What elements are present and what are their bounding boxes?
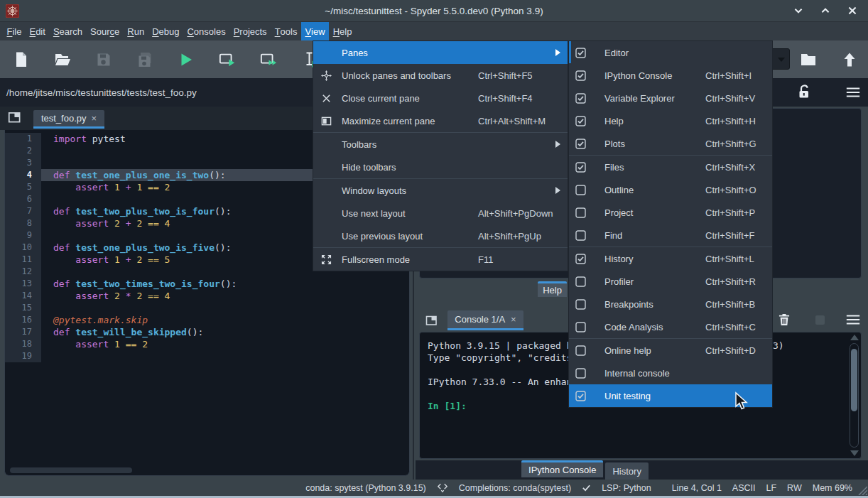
menu-item-panes[interactable]: Panes: [313, 41, 568, 64]
menu-item-use-next-layout[interactable]: Use next layoutAlt+Shift+PgDown: [313, 202, 568, 224]
menubar: FileEditSearchSourceRunDebugConsolesProj…: [0, 21, 868, 40]
code-text: def test_two_times_two_is_four():: [41, 278, 409, 290]
line-number: 14: [5, 290, 41, 302]
menu-view[interactable]: View: [301, 22, 329, 40]
new-file-button[interactable]: [11, 50, 31, 70]
tab-help[interactable]: Help: [538, 281, 567, 297]
editor-horizontal-scrollbar[interactable]: [10, 467, 132, 473]
completions-status[interactable]: Completions: conda(spytest): [459, 483, 571, 493]
menu-item-label: Plots: [604, 139, 625, 149]
open-directory-button[interactable]: [798, 50, 818, 70]
trash-icon[interactable]: [777, 313, 791, 327]
console-bottom-tabbar: IPython Console History: [416, 460, 868, 480]
menu-file[interactable]: File: [3, 22, 26, 40]
checkbox-unchecked-icon[interactable]: [575, 299, 586, 310]
menu-source[interactable]: Source: [87, 22, 124, 40]
checkbox-checked-icon[interactable]: [575, 116, 586, 126]
menu-projects[interactable]: Projects: [229, 22, 271, 40]
menu-item-label: IPython Console: [604, 70, 672, 81]
scroll-up-icon[interactable]: [850, 335, 859, 340]
checkbox-unchecked-icon[interactable]: [575, 207, 586, 218]
tab-history[interactable]: History: [605, 462, 648, 480]
panes-item-help[interactable]: HelpCtrl+Shift+H: [569, 109, 772, 132]
run-cell-advance-button[interactable]: [259, 50, 278, 70]
panes-item-ipython-console[interactable]: IPython ConsoleCtrl+Shift+I: [569, 64, 772, 87]
menu-item-window-layouts[interactable]: Window layouts: [313, 179, 568, 202]
console-options-menu-icon[interactable]: [845, 313, 861, 326]
tab-close-icon[interactable]: ×: [511, 315, 516, 324]
parent-directory-button[interactable]: [840, 50, 859, 70]
menu-search[interactable]: Search: [49, 22, 86, 40]
menu-item-toolbars[interactable]: Toolbars: [313, 133, 568, 156]
help-options-menu-icon[interactable]: [845, 85, 861, 99]
panes-item-editor[interactable]: Editor: [569, 41, 772, 64]
panes-item-project[interactable]: ProjectCtrl+Shift+P: [569, 201, 772, 224]
panes-item-variable-explorer[interactable]: Variable ExplorerCtrl+Shift+V: [569, 87, 772, 109]
menu-item-shortcut: F11: [478, 254, 493, 265]
menu-item-maximize-current-pane[interactable]: Maximize current paneCtrl+Alt+Shift+M: [313, 109, 568, 132]
unlock-panes-icon: [321, 70, 332, 81]
console-disabled-icon: [815, 315, 825, 325]
checkbox-checked-icon[interactable]: [575, 93, 586, 104]
unlock-icon[interactable]: [796, 84, 813, 101]
menu-help[interactable]: Help: [329, 22, 356, 40]
panes-item-code-analysis[interactable]: Code AnalysisCtrl+Shift+C: [569, 315, 772, 338]
scrollbar-thumb[interactable]: [851, 349, 857, 411]
checkbox-unchecked-icon[interactable]: [575, 276, 586, 287]
checkbox-checked-icon[interactable]: [575, 391, 586, 401]
conda-env-status[interactable]: conda: spytest (Python 3.9.15): [305, 483, 426, 493]
menu-consoles[interactable]: Consoles: [183, 22, 229, 40]
checkbox-unchecked-icon[interactable]: [575, 185, 586, 195]
checkbox-unchecked-icon[interactable]: [575, 345, 586, 356]
console-scrollbar[interactable]: [847, 335, 861, 456]
menu-item-hide-toolbars[interactable]: Hide toolbars: [313, 156, 568, 178]
editor-tab-test-foo[interactable]: test_foo.py ×: [33, 110, 104, 129]
checkbox-checked-icon[interactable]: [575, 48, 586, 58]
run-cell-button[interactable]: [217, 50, 237, 70]
lsp-status[interactable]: LSP: Python: [602, 483, 651, 493]
open-file-button[interactable]: [53, 50, 72, 70]
menu-item-unlock-panes-and-toolbars[interactable]: Unlock panes and toolbarsCtrl+Shift+F5: [313, 64, 568, 87]
panes-item-files[interactable]: FilesCtrl+Shift+X: [569, 156, 772, 178]
minimize-button[interactable]: [793, 5, 804, 16]
panes-item-breakpoints[interactable]: BreakpointsCtrl+Shift+B: [569, 293, 772, 315]
checkbox-checked-icon[interactable]: [575, 139, 586, 149]
panes-item-profiler[interactable]: ProfilerCtrl+Shift+R: [569, 270, 772, 293]
checkbox-unchecked-icon[interactable]: [575, 230, 586, 241]
menu-tools[interactable]: Tools: [271, 22, 301, 40]
panes-item-internal-console[interactable]: Internal console: [569, 362, 772, 384]
panes-item-online-help[interactable]: Online helpCtrl+Shift+D: [569, 339, 772, 362]
console-browse-tabs-icon[interactable]: [425, 313, 439, 328]
menu-edit[interactable]: Edit: [26, 22, 49, 40]
menu-item-close-current-pane[interactable]: Close current paneCtrl+Shift+F4: [313, 87, 568, 109]
resize-grip[interactable]: [856, 484, 867, 495]
run-file-button[interactable]: [176, 50, 196, 70]
code-line-15: 15: [5, 302, 409, 314]
menu-item-label: Find: [604, 230, 622, 241]
save-button[interactable]: [94, 50, 114, 70]
checkbox-checked-icon[interactable]: [575, 162, 586, 173]
checkbox-checked-icon[interactable]: [575, 254, 586, 264]
checkbox-unchecked-icon[interactable]: [575, 368, 586, 379]
tab-close-icon[interactable]: ×: [92, 114, 97, 123]
panes-item-history[interactable]: HistoryCtrl+Shift+L: [569, 247, 772, 270]
panes-item-outline[interactable]: OutlineCtrl+Shift+O: [569, 178, 772, 201]
checkbox-unchecked-icon[interactable]: [575, 322, 586, 332]
save-all-button[interactable]: [135, 50, 155, 70]
maximize-button[interactable]: [820, 5, 831, 16]
editor-browse-tabs-icon[interactable]: [7, 109, 23, 125]
menu-item-fullscreen-mode[interactable]: Fullscreen modeF11: [313, 248, 568, 271]
panes-item-find[interactable]: FindCtrl+Shift+F: [569, 224, 772, 247]
console-tab[interactable]: Console 1/A ×: [447, 310, 523, 330]
tab-ipython-console[interactable]: IPython Console: [521, 460, 603, 477]
checkbox-checked-icon[interactable]: [575, 70, 586, 81]
menu-item-label: Unlock panes and toolbars: [342, 70, 451, 81]
menu-item-use-previous-layout[interactable]: Use previous layoutAlt+Shift+PgUp: [313, 224, 568, 247]
menu-item-shortcut: Ctrl+Shift+F: [705, 230, 754, 241]
menu-run[interactable]: Run: [124, 22, 148, 40]
scroll-down-icon[interactable]: [850, 450, 859, 456]
panes-item-plots[interactable]: PlotsCtrl+Shift+G: [569, 132, 772, 155]
menu-item-shortcut: Ctrl+Shift+I: [705, 70, 752, 81]
menu-debug[interactable]: Debug: [148, 22, 183, 40]
close-button[interactable]: [847, 5, 858, 16]
